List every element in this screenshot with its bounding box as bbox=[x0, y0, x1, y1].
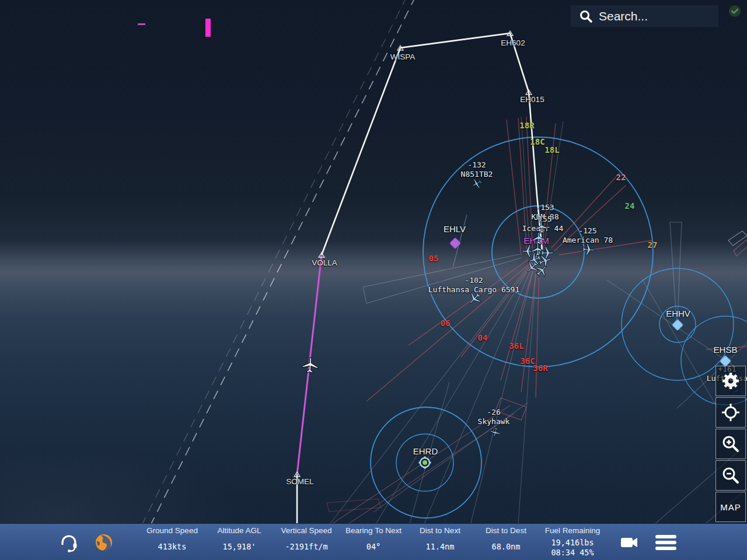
search-bar[interactable] bbox=[571, 5, 718, 27]
metric-fuel-remaining: Fuel Remaining 19,416lbs08:34 45% bbox=[535, 524, 610, 558]
search-icon bbox=[579, 9, 593, 23]
gear-icon bbox=[721, 371, 741, 391]
atc-comms-button[interactable] bbox=[56, 524, 82, 560]
zoom-in-icon bbox=[721, 434, 741, 454]
connection-status-icon bbox=[728, 4, 742, 18]
metric-value: 413kts bbox=[134, 542, 210, 551]
metric-dist-to-dest: Dist to Dest 68.0nm bbox=[468, 524, 544, 551]
menu-button[interactable] bbox=[653, 524, 679, 560]
magenta-marker bbox=[205, 19, 211, 37]
metric-label: Dist to Next bbox=[402, 526, 478, 535]
zoom-out-button[interactable] bbox=[715, 460, 746, 491]
magenta-tick bbox=[138, 23, 145, 25]
metric-value: 15,918' bbox=[201, 542, 277, 551]
metric-ground-speed: Ground Speed 413kts bbox=[134, 524, 210, 551]
terminator-line bbox=[149, 0, 416, 527]
globe-button[interactable] bbox=[91, 524, 117, 560]
menu-icon bbox=[654, 533, 678, 552]
metric-dist-to-next: Dist to Next 11.4nm bbox=[402, 524, 478, 551]
locate-button[interactable] bbox=[715, 397, 746, 428]
metric-value: 68.0nm bbox=[468, 542, 544, 551]
active-leg bbox=[297, 255, 322, 474]
map-button-label: MAP bbox=[720, 502, 741, 512]
metric-value: -2191ft/m bbox=[268, 542, 344, 551]
settings-button[interactable] bbox=[715, 366, 746, 396]
metric-vertical-speed: Vertical Speed -2191ft/m bbox=[268, 524, 344, 551]
search-input[interactable] bbox=[598, 9, 711, 24]
map-mode-button[interactable]: MAP bbox=[715, 492, 746, 522]
metric-value: 19,416lbs08:34 45% bbox=[535, 538, 610, 558]
metric-altitude-agl: Altitude AGL 15,918' bbox=[201, 524, 277, 551]
metric-value: 04° bbox=[336, 542, 411, 551]
globe-icon bbox=[95, 533, 113, 552]
metric-label: Bearing To Next bbox=[336, 526, 411, 535]
metric-label: Vertical Speed bbox=[268, 526, 344, 535]
zoom-out-icon bbox=[721, 466, 741, 485]
headset-icon bbox=[58, 532, 79, 553]
metric-label: Dist to Dest bbox=[468, 526, 544, 535]
metric-label: Ground Speed bbox=[134, 526, 210, 535]
camera-icon bbox=[619, 532, 640, 553]
metric-label: Fuel Remaining bbox=[535, 526, 610, 535]
status-bar: Ground Speed 413ktsAltitude AGL 15,918'V… bbox=[0, 523, 747, 560]
zoom-in-button[interactable] bbox=[715, 429, 746, 459]
camera-button[interactable] bbox=[616, 524, 642, 560]
map-canvas[interactable] bbox=[0, 0, 747, 560]
metric-label: Altitude AGL bbox=[201, 526, 277, 535]
metric-value: 11.4nm bbox=[402, 542, 478, 551]
crosshair-icon bbox=[721, 402, 741, 422]
metric-bearing-to-next: Bearing To Next 04° bbox=[336, 524, 411, 551]
